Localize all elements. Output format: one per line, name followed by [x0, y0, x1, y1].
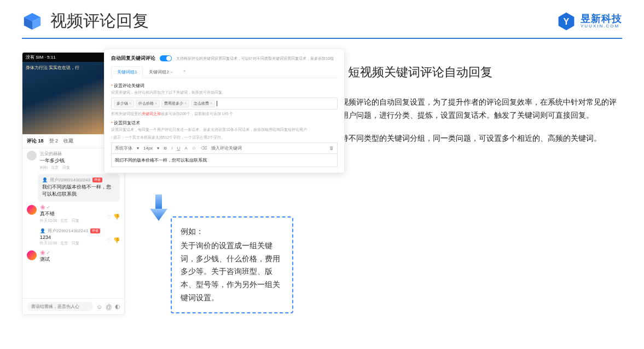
send-icon[interactable]: ◐ [115, 303, 120, 310]
example-body: 关于询价的设置成一组关键词，多少钱、什么价格，费用多少等。关于咨询班型、版本、型… [181, 239, 283, 305]
arrow-down-icon [148, 194, 170, 222]
keyword-group-tabs: 关键词组1 关键词组2 × + [111, 66, 338, 78]
reaction-icons[interactable]: ♡ 👎 [107, 237, 120, 243]
comment-username: 🌸 ✓ [40, 205, 120, 210]
size-select[interactable]: 14px [143, 146, 153, 151]
keywords-input[interactable]: 多少钱× 什么价格× 费用是多少× 怎么收费× [111, 98, 338, 110]
reply-text: 1234 [40, 234, 79, 240]
settings-desc: 支持根据评论的关键词设置回复话术，可以针对不同类型关键词设置回复话术，最多添加1… [176, 56, 334, 61]
example-title: 例如： [181, 225, 283, 238]
reply-username: 用户2299214302243 [48, 228, 88, 234]
keywords-label: 设置评论关键词 [111, 83, 338, 89]
keyword-tag: 费用是多少× [161, 100, 189, 107]
reply-label: 设置回复话术 [111, 120, 338, 126]
avatar [27, 151, 37, 161]
logo-badge-icon: Y [556, 12, 576, 31]
comment-text: 真不错 [40, 210, 79, 218]
svg-text:Y: Y [564, 16, 570, 26]
avatar [27, 205, 37, 215]
reply-bubble: 👤 用户2299214302243 作者 我们不同的版本价格不一样，您可以私信联… [38, 174, 120, 202]
svg-rect-5 [155, 194, 162, 210]
comment-input-bar: ☺ @ ◐ [22, 298, 124, 314]
editor-body[interactable]: 我们不同的版本价格不一样，您可以私信联系我 [111, 153, 338, 167]
delete-icon[interactable]: 🗑 [329, 146, 334, 151]
reply-hint: ↑提示：一个富文本框最多支持512个字符，一个汉字占用2个字符。 [111, 135, 338, 140]
author-badge: 作者 [92, 178, 102, 182]
svg-marker-6 [150, 209, 167, 221]
italic-icon[interactable]: I [171, 146, 172, 151]
nested-reply: 👤 用户2299214302243 作者 1234 昨天10:08 · 北京 回… [40, 227, 120, 247]
header-left: 视频评论回复 [22, 10, 149, 32]
example-box: 例如： 关于询价的设置成一组关键词，多少钱、什么价格，费用多少等。关于咨询班型、… [171, 216, 293, 313]
page-header: 视频评论回复 Y 昱新科技 YUUXIN.COM [0, 0, 644, 38]
keyword-tab-1[interactable]: 关键词组1 [111, 66, 143, 78]
tab-comments[interactable]: 评论 18 [27, 138, 44, 145]
keywords-hint: 所有关键词组里的关键词之和最多可添加200个，目前剩余可添加 195 个 [111, 111, 338, 117]
keyword-tag: 怎么收费× [191, 100, 215, 107]
bullet-item: 支持不同类型的关键词分组，同一类问题，可设置多个相近的、高频的关键词。 [323, 132, 622, 145]
reply-desc: 设置回复话术，每回复一个用户评论只发送一条话术。最多支持设置10条不同话术，按添… [111, 127, 338, 133]
underline-icon[interactable]: U [177, 146, 180, 151]
brand-logo: Y 昱新科技 YUUXIN.COM [556, 12, 622, 31]
bullet-item: 短视频评论的自动回复设置，为了提升作者的评论回复效率，在系统中针对常见的评论用户… [323, 96, 622, 122]
comment-username: 🌸 ✓ [40, 250, 120, 255]
description-column: 短视频关键词评论自动回复 短视频评论的自动回复设置，为了提升作者的评论回复效率，… [323, 52, 622, 155]
tab-likes[interactable]: 赞 2 [49, 138, 59, 145]
add-tab-button[interactable]: + [179, 66, 190, 78]
font-select[interactable]: 系统字体 [115, 145, 132, 151]
author-badge: 作者 [90, 228, 100, 233]
emoji-icon[interactable]: ☺ [192, 146, 196, 151]
keyword-tag: 什么价格× [136, 100, 160, 107]
keyword-tag: 多少钱× [114, 100, 134, 107]
editor-toolbar: 系统字体▾ 14px▾ B I U A ☺ ⌫ 插入评论关键词 🗑 [111, 142, 338, 153]
avatar [27, 250, 37, 260]
auto-reply-toggle[interactable] [160, 55, 172, 61]
logo-text-en: YUUXIN.COM [581, 24, 622, 28]
color-icon[interactable]: A [184, 146, 187, 151]
keywords-desc: 设置关键词，当评论框内容包含了以下关键词，则系统可自动回复。 [111, 90, 338, 95]
cube-icon [22, 11, 43, 32]
insert-keyword-button[interactable]: 插入评论关键词 [211, 145, 242, 151]
comment-item: 🌸 ✓ 测试 [27, 250, 120, 264]
bullet-text: 支持不同类型的关键词分组，同一类问题，可设置多个相近的、高频的关键词。 [333, 132, 601, 145]
reply-meta: 昨天10:08 · 北京 回复 [40, 241, 79, 246]
comment-item: 🌸 ✓ 真不错 昨天10:08 · 北京 回复 ♡ 👎 [27, 205, 120, 224]
reaction-icons[interactable]: ♡ 👎 [107, 214, 120, 220]
clear-icon[interactable]: ⌫ [201, 146, 207, 151]
logo-text-cn: 昱新科技 [581, 14, 622, 24]
settings-title: 自动回复关键词评论 [111, 55, 155, 62]
comment-meta: 昨天10:08 · 北京 回复 [40, 218, 79, 224]
reply-text: 我们不同的版本价格不一样，您可以私信联系我 [42, 184, 115, 198]
at-icon[interactable]: @ [106, 304, 112, 310]
settings-panel: 自动回复关键词评论 支持根据评论的关键词设置回复话术，可以针对不同类型关键词设置… [104, 49, 345, 173]
bullet-text: 短视频评论的自动回复设置，为了提升作者的评论回复效率，在系统中针对常见的评论用户… [333, 96, 622, 122]
tab-favorites[interactable]: 收藏 [63, 138, 73, 145]
comment-input[interactable] [27, 302, 93, 311]
page-title: 视频评论回复 [50, 10, 149, 32]
keyword-tab-2[interactable]: 关键词组2 × [143, 66, 178, 78]
bold-icon[interactable]: B [164, 146, 167, 151]
reply-username: 用户2299214302243 [50, 177, 90, 183]
section-title: 短视频关键词评论自动回复 [348, 64, 492, 81]
comment-text: 测试 [40, 256, 120, 263]
emoji-icon[interactable]: ☺ [96, 304, 102, 310]
